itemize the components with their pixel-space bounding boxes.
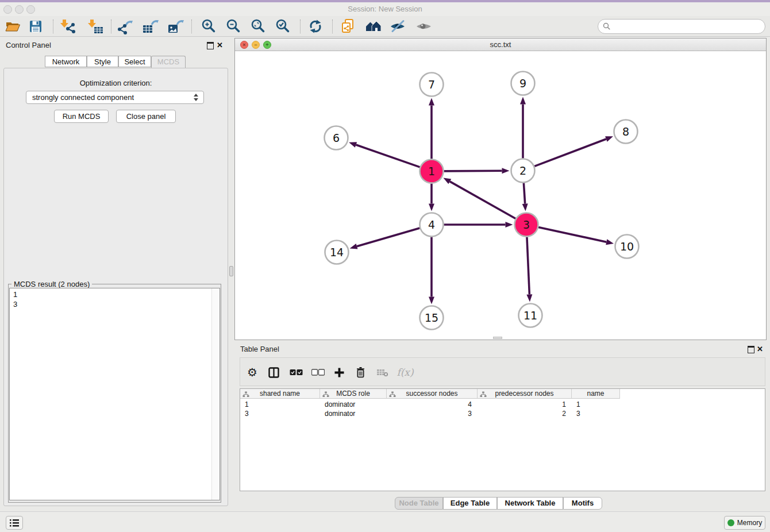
- import-network-icon: [59, 18, 76, 34]
- control-panel-close-icon[interactable]: ✕: [217, 41, 223, 49]
- graph-edge-3-11[interactable]: [527, 237, 529, 294]
- show-columns-button[interactable]: [267, 364, 280, 381]
- graph-edge-2-8[interactable]: [534, 139, 606, 166]
- graph-edge-2-3[interactable]: [523, 183, 525, 203]
- column-sort-icon: [389, 391, 396, 400]
- export-image-button[interactable]: [167, 18, 184, 34]
- delete-table-icon: [376, 368, 388, 377]
- result-scrollbar[interactable]: [211, 288, 220, 500]
- result-line: 3: [10, 299, 220, 309]
- tab-style[interactable]: Style: [87, 56, 118, 67]
- zoom-out-button[interactable]: [225, 18, 242, 34]
- close-panel-button[interactable]: Close panel: [116, 110, 176, 123]
- network-view-window: × − + scc.txt 1234678910111415: [234, 38, 767, 340]
- export-network-button[interactable]: [117, 18, 134, 34]
- column-header-label: name: [587, 390, 604, 398]
- graph-node-label: 9: [519, 77, 526, 90]
- table-cell[interactable]: dominator: [320, 409, 387, 418]
- column-sort-icon: [242, 391, 249, 400]
- zoom-selected-button[interactable]: [274, 18, 291, 34]
- graph-edge-arrow: [606, 239, 614, 245]
- canvas-resize-grip[interactable]: [493, 337, 502, 339]
- splitter-handle[interactable]: [229, 266, 233, 276]
- network-window-titlebar[interactable]: × − + scc.txt: [235, 38, 766, 51]
- task-history-button[interactable]: [6, 516, 23, 530]
- tab-motifs[interactable]: Motifs: [563, 497, 602, 510]
- graph-edge-4-14[interactable]: [357, 228, 419, 246]
- table-settings-button[interactable]: ⚙: [246, 364, 259, 381]
- table-cell[interactable]: 3: [240, 409, 320, 418]
- graph-node-label: 11: [523, 309, 537, 322]
- table-cell[interactable]: 1: [478, 400, 572, 409]
- window-minimize-button[interactable]: [15, 5, 24, 14]
- run-mcds-button[interactable]: Run MCDS: [54, 110, 109, 123]
- network-close-button[interactable]: ×: [240, 41, 248, 49]
- tab-mcds[interactable]: MCDS: [151, 56, 186, 68]
- column-header-shared-name[interactable]: shared name: [240, 389, 320, 399]
- network-minimize-button[interactable]: −: [252, 41, 260, 49]
- columns-icon: [268, 367, 279, 378]
- toolbar-separator: [332, 20, 333, 33]
- tab-edge-table[interactable]: Edge Table: [443, 497, 497, 510]
- graph-edge-3-1[interactable]: [450, 182, 515, 219]
- graph-edge-1-6[interactable]: [356, 145, 419, 167]
- column-header-name[interactable]: name: [572, 389, 620, 399]
- table-cell[interactable]: 4: [387, 400, 478, 409]
- tab-network[interactable]: Network: [45, 56, 87, 67]
- table-panel-float-icon[interactable]: [748, 346, 754, 353]
- criterion-dropdown[interactable]: strongly connected component: [26, 91, 204, 104]
- zoom-in-button[interactable]: [200, 18, 217, 34]
- table-cell[interactable]: 1: [240, 400, 320, 409]
- export-table-button[interactable]: [142, 18, 159, 34]
- open-session-button[interactable]: [4, 18, 21, 34]
- show-hidden-button[interactable]: [415, 18, 432, 34]
- deselect-all-button[interactable]: [310, 364, 325, 381]
- tab-network-table[interactable]: Network Table: [497, 497, 563, 510]
- tab-node-table[interactable]: Node Table: [395, 497, 443, 510]
- column-header-MCDS-role[interactable]: MCDS role: [320, 389, 387, 399]
- table-row[interactable]: 3dominator323: [240, 409, 765, 418]
- table-header-row: shared nameMCDS rolesuccessor nodesprede…: [240, 389, 765, 399]
- window-close-button[interactable]: [3, 5, 12, 14]
- table-cell[interactable]: 1: [572, 400, 620, 409]
- status-bar: Memory: [0, 511, 770, 532]
- hide-selected-button[interactable]: [389, 18, 406, 34]
- refresh-view-button[interactable]: [307, 18, 324, 34]
- save-session-button[interactable]: [27, 18, 44, 34]
- column-sort-icon: [322, 391, 329, 400]
- network-canvas[interactable]: 1234678910111415: [235, 51, 766, 340]
- network-zoom-button[interactable]: +: [263, 41, 271, 49]
- show-all-networks-button[interactable]: [364, 18, 382, 34]
- graph-edge-3-10[interactable]: [538, 228, 606, 242]
- import-table-button[interactable]: [87, 18, 104, 34]
- tab-select[interactable]: Select: [118, 56, 151, 67]
- delete-column-button[interactable]: [354, 364, 367, 381]
- search-input[interactable]: [613, 20, 762, 33]
- graph-node-label: 6: [333, 132, 340, 144]
- select-all-button[interactable]: [288, 364, 303, 381]
- memory-button[interactable]: Memory: [724, 516, 765, 530]
- graph-edge-1-2[interactable]: [444, 171, 502, 171]
- clone-network-button[interactable]: [339, 18, 356, 34]
- add-column-button[interactable]: [332, 364, 346, 381]
- control-panel-float-icon[interactable]: [207, 42, 214, 49]
- function-builder-button[interactable]: f(x): [395, 364, 415, 381]
- zoom-fit-button[interactable]: [249, 18, 267, 34]
- zoom-fit-icon: [250, 18, 266, 34]
- table-cell[interactable]: dominator: [320, 400, 387, 409]
- column-header-predecessor-nodes[interactable]: predecessor nodes: [478, 389, 572, 399]
- table-cell[interactable]: 3: [572, 409, 620, 418]
- table-cell[interactable]: 3: [387, 409, 478, 418]
- search-field[interactable]: [598, 19, 765, 34]
- window-zoom-button[interactable]: [26, 5, 35, 14]
- delete-table-button[interactable]: [375, 364, 390, 381]
- table-row[interactable]: 1dominator411: [240, 400, 765, 409]
- table-cell[interactable]: 2: [478, 409, 572, 418]
- column-header-successor-nodes[interactable]: successor nodes: [387, 389, 478, 399]
- graph-node-label: 7: [428, 78, 435, 91]
- table-panel-close-icon[interactable]: ✕: [757, 345, 763, 353]
- import-network-button[interactable]: [59, 18, 76, 34]
- mcds-result-textarea[interactable]: 1 3: [9, 288, 220, 500]
- gear-icon: ⚙: [247, 365, 257, 379]
- graph-edge-arrow: [350, 244, 358, 249]
